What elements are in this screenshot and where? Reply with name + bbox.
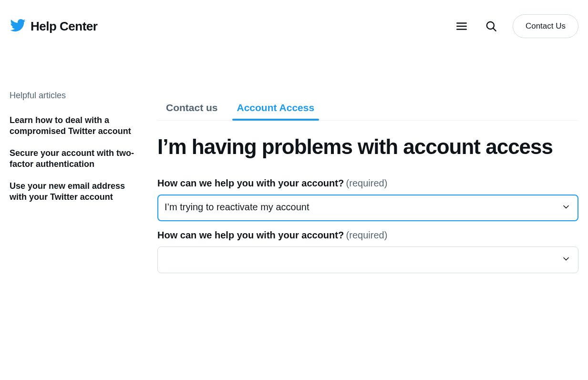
header-left: Help Center — [10, 17, 97, 35]
breadcrumb-contact-us[interactable]: Contact us — [166, 95, 218, 120]
sidebar-heading: Helpful articles — [10, 91, 138, 101]
sidebar: Helpful articles Learn how to deal with … — [10, 48, 138, 282]
breadcrumb-account-access[interactable]: Account Access — [237, 95, 315, 120]
field-block: How can we help you with your account? (… — [157, 230, 578, 273]
header-title: Help Center — [31, 19, 97, 34]
header: Help Center Contact Us — [0, 0, 588, 48]
twitter-logo-icon[interactable] — [10, 17, 26, 35]
main: Contact us Account Access I’m having pro… — [157, 48, 578, 282]
article-link[interactable]: Use your new email address with your Twi… — [10, 181, 138, 203]
field-label-row: How can we help you with your account? (… — [157, 180, 387, 188]
select-wrap: I’m trying to reactivate my account — [157, 195, 578, 221]
help-select-2[interactable] — [157, 246, 578, 273]
article-link[interactable]: Learn how to deal with a compromised Twi… — [10, 115, 138, 137]
menu-icon[interactable] — [454, 18, 470, 34]
svg-line-4 — [493, 28, 496, 31]
select-wrap — [157, 246, 578, 273]
help-select-1[interactable]: I’m trying to reactivate my account — [157, 195, 578, 221]
header-right: Contact Us — [454, 14, 578, 38]
contact-us-button[interactable]: Contact Us — [513, 14, 578, 38]
layout: Helpful articles Learn how to deal with … — [0, 48, 588, 282]
field-label-row: How can we help you with your account? (… — [157, 232, 387, 240]
field-block: How can we help you with your account? (… — [157, 178, 578, 221]
article-link[interactable]: Secure your account with two-factor auth… — [10, 148, 138, 170]
field-label: How can we help you with your account? — [157, 230, 344, 240]
field-required: (required) — [346, 230, 388, 240]
field-required: (required) — [346, 178, 388, 188]
breadcrumb: Contact us Account Access — [157, 95, 578, 121]
search-icon[interactable] — [483, 18, 499, 34]
page-title: I’m having problems with account access — [157, 135, 578, 159]
field-label: How can we help you with your account? — [157, 178, 344, 188]
